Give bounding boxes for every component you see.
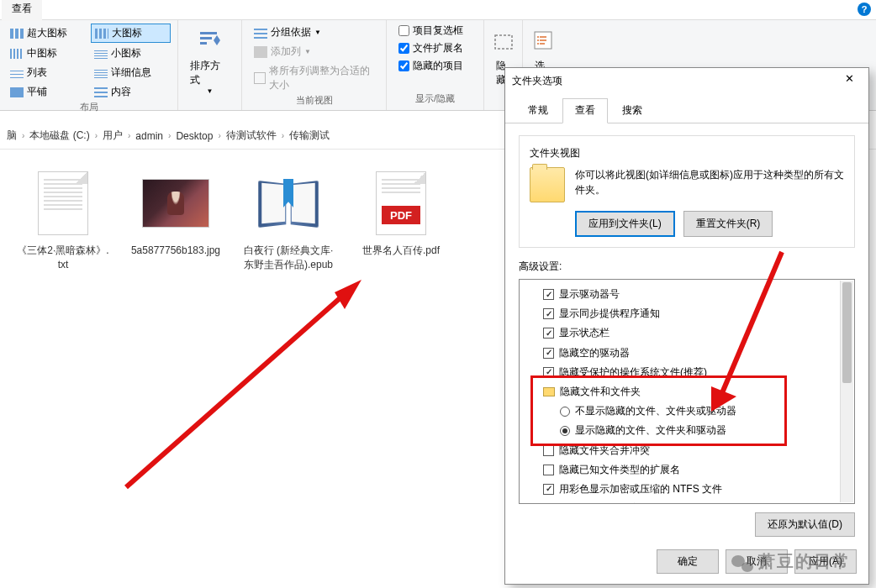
current-view-label: 当前视图 <box>249 94 379 108</box>
section-heading: 文件夹视图 <box>530 146 844 160</box>
layout-extra-large[interactable]: 超大图标 <box>7 24 87 43</box>
layout-list[interactable]: 列表 <box>7 64 87 81</box>
checkbox-file-ext[interactable]: 文件扩展名 <box>398 41 472 55</box>
epub-file-icon <box>255 176 322 231</box>
svg-rect-3 <box>495 35 512 49</box>
adv-item[interactable]: 隐藏已知文件类型的扩展名 <box>523 460 851 480</box>
adv-radio[interactable]: 显示隐藏的文件、文件夹和驱动器 <box>523 421 851 440</box>
svg-point-6 <box>537 39 539 41</box>
adv-item[interactable]: 隐藏文件夹合并冲突 <box>523 441 851 460</box>
folder-view-section: 文件夹视图 你可以将此视图(如详细信息或图标)应用于这种类型的所有文件夹。 应用… <box>519 135 855 248</box>
layout-small[interactable]: 小图标 <box>91 45 172 62</box>
adv-radio[interactable]: 不显示隐藏的文件、文件夹或驱动器 <box>523 402 851 421</box>
bc-seg[interactable]: 待测试软件 <box>226 129 277 143</box>
show-hide-label: 显示/隐藏 <box>393 92 477 107</box>
scrollbar[interactable] <box>840 281 853 502</box>
layout-medium[interactable]: 中图标 <box>7 45 87 62</box>
fit-columns-button: 将所有列调整为合适的大小 <box>252 62 376 94</box>
layout-content[interactable]: 内容 <box>91 83 172 101</box>
adv-item[interactable]: 显示状态栏 <box>523 323 851 343</box>
grouping-button[interactable]: 分组依据 ▼ <box>252 24 376 41</box>
bc-seg[interactable]: 传输测试 <box>289 129 330 143</box>
options-button[interactable] <box>526 24 560 57</box>
restore-defaults-button[interactable]: 还原为默认值(D) <box>755 512 855 537</box>
file-name: 世界名人百传.pdf <box>355 244 447 258</box>
bc-seg[interactable]: admin <box>135 130 163 142</box>
folder-icon <box>530 167 565 202</box>
file-item[interactable]: 白夜行 (新经典文库·东野圭吾作品).epub <box>242 170 335 272</box>
apply-to-folders-button[interactable]: 应用到文件夹(L) <box>575 211 675 237</box>
file-item[interactable]: 《三体2·黑暗森林》.txt <box>17 170 109 272</box>
advanced-settings-list[interactable]: 显示驱动器号 显示同步提供程序通知 显示状态栏 隐藏空的驱动器 隐藏受保护的操作… <box>519 279 855 504</box>
tab-search[interactable]: 搜索 <box>610 98 655 123</box>
window-tabs: 查看 ? <box>0 0 876 20</box>
layout-tiles[interactable]: 平铺 <box>7 83 87 101</box>
file-name: 5a5877756b183.jpg <box>129 244 222 258</box>
wechat-icon <box>731 554 753 572</box>
adv-item[interactable]: 隐藏空的驱动器 <box>523 344 851 363</box>
folder-icon <box>543 387 555 396</box>
bc-seg[interactable]: 脑 <box>7 129 17 143</box>
tab-view[interactable]: 查看 <box>562 98 608 123</box>
layout-grid: 超大图标 大图标 中图标 小图标 列表 详细信息 平铺 内容 <box>7 24 171 101</box>
svg-rect-1 <box>200 37 212 39</box>
help-icon[interactable]: ? <box>858 3 871 16</box>
pdf-file-icon: PDF <box>376 171 426 235</box>
adv-item[interactable]: 显示驱动器号 <box>523 285 851 304</box>
dialog-title-text: 文件夹选项 <box>512 74 562 88</box>
file-name: 《三体2·黑暗森林》.txt <box>17 244 109 272</box>
adv-item[interactable]: 在标题栏中显示完整路径 <box>523 499 851 504</box>
adv-folder-group: 隐藏文件和文件夹 <box>523 382 851 402</box>
folder-options-dialog: 文件夹选项 ✕ 常规 查看 搜索 文件夹视图 你可以将此视图(如详细信息或图标)… <box>504 67 869 585</box>
layout-details[interactable]: 详细信息 <box>91 64 172 81</box>
layout-group-label: 布局 <box>7 101 171 115</box>
bc-seg[interactable]: 本地磁盘 (C:) <box>29 129 89 143</box>
svg-rect-2 <box>200 42 207 45</box>
close-icon[interactable]: ✕ <box>836 72 862 89</box>
dialog-titlebar: 文件夹选项 ✕ <box>505 68 868 93</box>
ok-button[interactable]: 确定 <box>657 549 719 574</box>
file-name: 白夜行 (新经典文库·东野圭吾作品).epub <box>242 244 335 272</box>
sort-label: 排序方式 <box>190 59 230 87</box>
tab-general[interactable]: 常规 <box>515 98 561 123</box>
file-item[interactable]: PDF 世界名人百传.pdf <box>355 170 447 258</box>
section-desc: 你可以将此视图(如详细信息或图标)应用于这种类型的所有文件夹。 <box>575 167 844 197</box>
svg-rect-0 <box>200 32 217 34</box>
tab-view[interactable]: 查看 <box>2 0 42 21</box>
file-item[interactable]: 5a5877756b183.jpg <box>129 170 222 258</box>
adv-item[interactable]: 用彩色显示加密或压缩的 NTFS 文件 <box>523 480 851 499</box>
txt-file-icon <box>38 171 88 235</box>
bc-seg[interactable]: Desktop <box>176 130 213 142</box>
reset-folders-button[interactable]: 重置文件夹(R) <box>683 211 773 237</box>
checkbox-hidden-items[interactable]: 隐藏的项目 <box>398 59 472 73</box>
adv-item[interactable]: 显示同步提供程序通知 <box>523 304 851 323</box>
layout-large[interactable]: 大图标 <box>91 24 172 43</box>
dialog-tabs: 常规 查看 搜索 <box>505 93 868 123</box>
add-column-button: 添加列 ▼ <box>252 43 376 60</box>
svg-point-7 <box>537 43 539 45</box>
hide-selected-button[interactable] <box>487 24 520 57</box>
svg-point-5 <box>537 36 539 38</box>
sort-button[interactable] <box>193 24 227 57</box>
jpg-file-icon <box>142 179 209 228</box>
bc-seg[interactable]: 用户 <box>103 129 123 143</box>
advanced-label: 高级设置: <box>519 260 855 274</box>
checkbox-item-boxes[interactable]: 项目复选框 <box>398 24 472 38</box>
adv-item[interactable]: 隐藏受保护的操作系统文件(推荐) <box>523 363 851 382</box>
watermark: 萧豆的日常 <box>731 550 851 573</box>
